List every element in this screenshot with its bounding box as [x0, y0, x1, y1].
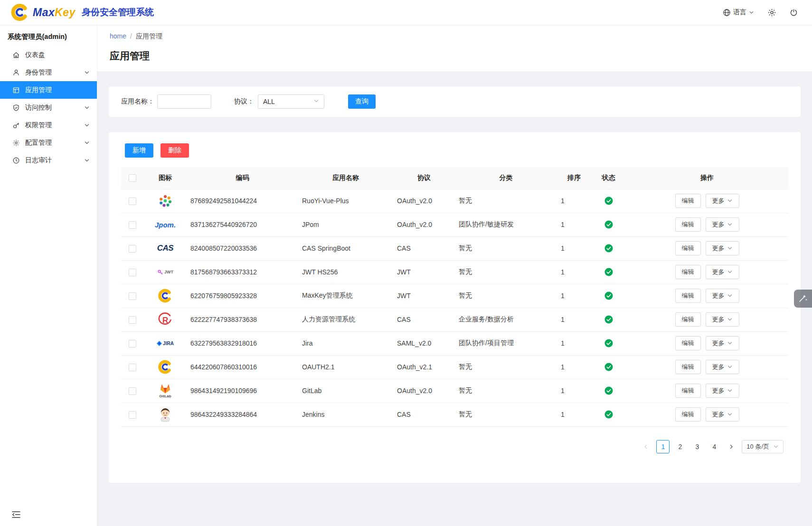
- row-checkbox[interactable]: [129, 411, 136, 419]
- pagination-page-1[interactable]: 1: [656, 440, 670, 453]
- page-size-select[interactable]: 10 条/页: [742, 440, 784, 453]
- search-button[interactable]: 查询: [348, 94, 376, 109]
- app-title: 身份安全管理系统: [82, 6, 154, 19]
- app-name-input[interactable]: [157, 94, 211, 109]
- sidebar-item-audit[interactable]: 日志审计: [0, 151, 97, 169]
- more-button[interactable]: 更多: [706, 241, 739, 255]
- more-button[interactable]: 更多: [706, 265, 739, 279]
- select-all-checkbox[interactable]: [129, 174, 136, 182]
- row-checkbox[interactable]: [129, 292, 136, 300]
- chevron-down-icon: [84, 140, 90, 146]
- column-header: 编码: [187, 167, 298, 189]
- sidebar-item-label: 仪表盘: [25, 51, 90, 59]
- pagination-prev-icon[interactable]: [639, 440, 652, 453]
- protocol-select[interactable]: ALL: [258, 94, 324, 109]
- app-table-body: 876892492581044224RuoYi-Vue-PlusOAuth_v2…: [121, 189, 788, 426]
- sidebar-item-access[interactable]: 访问控制: [0, 99, 97, 116]
- edit-button[interactable]: 编辑: [675, 289, 701, 303]
- row-checkbox[interactable]: [129, 245, 136, 253]
- app-name: 人力资源管理系统: [298, 308, 393, 331]
- chevron-down-icon: [84, 122, 90, 128]
- app-table: 图标编码应用名称协议分类排序状态操作 876892492581044224Ruo…: [121, 167, 788, 427]
- edit-button[interactable]: 编辑: [675, 194, 701, 208]
- breadcrumb-home-link[interactable]: home: [110, 32, 126, 40]
- delete-button[interactable]: 删除: [161, 143, 189, 158]
- app-protocol: CAS: [393, 403, 455, 426]
- column-header: 协议: [393, 167, 455, 189]
- app-protocol: OAuth_v2.1: [393, 355, 455, 379]
- sidebar-item-identity[interactable]: 身份管理: [0, 64, 97, 81]
- app-category: 暂无: [455, 355, 557, 379]
- edit-button[interactable]: 编辑: [675, 241, 701, 255]
- settings-gear-icon[interactable]: [767, 8, 776, 17]
- edit-button[interactable]: 编辑: [675, 384, 701, 398]
- table-row: R622227747938373638人力资源管理系统CAS企业服务/数据分析1…: [121, 308, 788, 331]
- app-name: MaxKey管理系统: [298, 284, 393, 308]
- more-button[interactable]: 更多: [706, 384, 739, 398]
- pagination-page-3[interactable]: 3: [690, 440, 704, 453]
- app-protocol: JWT: [393, 284, 455, 308]
- row-checkbox[interactable]: [129, 387, 136, 395]
- sidebar-item-label: 权限管理: [25, 121, 84, 130]
- app-category: 暂无: [455, 379, 557, 403]
- logout-icon[interactable]: [790, 9, 798, 17]
- row-checkbox[interactable]: [129, 340, 136, 348]
- edit-button[interactable]: 编辑: [675, 407, 701, 422]
- more-button[interactable]: 更多: [706, 194, 739, 208]
- add-button[interactable]: 新增: [125, 143, 153, 158]
- sidebar-item-permission[interactable]: 权限管理: [0, 116, 97, 134]
- edit-button[interactable]: 编辑: [675, 360, 701, 374]
- status-enabled-icon: [604, 410, 613, 419]
- more-button[interactable]: 更多: [706, 336, 739, 350]
- chevron-down-icon: [727, 364, 733, 370]
- column-header: 图标: [144, 167, 187, 189]
- sidebar-item-config[interactable]: 配置管理: [0, 134, 97, 151]
- row-checkbox[interactable]: [129, 197, 136, 205]
- edit-button[interactable]: 编辑: [675, 336, 701, 350]
- audit-icon: [12, 157, 20, 164]
- floating-assistant-button[interactable]: [794, 290, 812, 308]
- sidebar-item-dashboard[interactable]: 仪表盘: [0, 46, 97, 64]
- row-checkbox[interactable]: [129, 269, 136, 276]
- pagination-page-4[interactable]: 4: [708, 440, 721, 453]
- sidebar-item-apps[interactable]: 应用管理: [0, 81, 97, 99]
- gitlab-app-icon: GitLab: [155, 382, 175, 400]
- row-checkbox[interactable]: [129, 364, 136, 371]
- collapse-sidebar-icon[interactable]: [12, 511, 20, 518]
- app-protocol: OAuth_v2.0: [393, 213, 455, 236]
- app-sort: 1: [557, 284, 591, 308]
- app-sort: 1: [557, 213, 591, 236]
- chevron-down-icon: [313, 98, 319, 105]
- brand-name: MaxKey: [33, 6, 76, 19]
- app-protocol: OAuth_v2.0: [393, 379, 455, 403]
- chevron-down-icon: [84, 105, 90, 111]
- sidebar: 系统管理员(admin) 仪表盘身份管理应用管理访问控制权限管理配置管理日志审计: [0, 25, 97, 526]
- pagination-next-icon[interactable]: [725, 440, 738, 453]
- chevron-down-icon: [727, 388, 733, 394]
- app-sort: 1: [557, 189, 591, 213]
- app-category: 暂无: [455, 189, 557, 213]
- language-selector[interactable]: 语言: [723, 8, 754, 17]
- more-button[interactable]: 更多: [706, 312, 739, 327]
- edit-button[interactable]: 编辑: [675, 265, 701, 279]
- breadcrumb-separator: /: [130, 32, 132, 40]
- ruoyi-app-icon: [155, 192, 175, 210]
- table-card: 新增 删除 图标编码应用名称协议分类排序状态操作 876892492581044…: [109, 132, 801, 483]
- more-button[interactable]: 更多: [706, 217, 739, 232]
- row-checkbox[interactable]: [129, 221, 136, 229]
- more-button[interactable]: 更多: [706, 360, 739, 374]
- chevron-down-icon: [727, 269, 733, 275]
- app-protocol: OAuth_v2.0: [393, 189, 455, 213]
- row-checkbox[interactable]: [129, 316, 136, 324]
- edit-button[interactable]: 编辑: [675, 217, 701, 232]
- app-category: 暂无: [455, 403, 557, 426]
- more-button[interactable]: 更多: [706, 407, 739, 422]
- header-actions: 语言: [723, 8, 798, 17]
- sidebar-item-label: 应用管理: [25, 86, 90, 94]
- main-content: home/应用管理 应用管理 应用名称： 协议： ALL 查询 新增 删除: [97, 25, 812, 526]
- more-button[interactable]: 更多: [706, 289, 739, 303]
- table-row: GitLab986431492190109696GitLabOAuth_v2.0…: [121, 379, 788, 403]
- table-row: Jpom.837136275440926720JPomOAuth_v2.0团队协…: [121, 213, 788, 236]
- pagination-page-2[interactable]: 2: [673, 440, 687, 453]
- edit-button[interactable]: 编辑: [675, 312, 701, 327]
